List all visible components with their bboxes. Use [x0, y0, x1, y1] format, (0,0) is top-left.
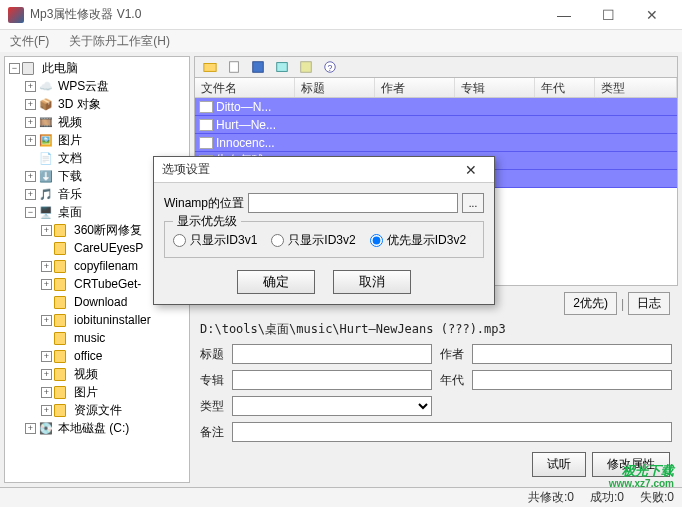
tab-log[interactable]: 日志 [628, 292, 670, 315]
folder-icon: 📄 [38, 151, 54, 165]
svg-rect-4 [301, 62, 312, 73]
folder-icon [54, 385, 70, 399]
expand-icon[interactable]: + [41, 351, 52, 362]
expand-icon[interactable]: + [25, 81, 36, 92]
folder-icon: ⬇️ [38, 169, 54, 183]
input-remark[interactable] [232, 422, 672, 442]
tree-item[interactable]: +视频 [5, 365, 189, 383]
expand-icon[interactable]: + [41, 279, 52, 290]
select-type[interactable] [232, 396, 432, 416]
radio-id3v1-only[interactable]: 只显示ID3v1 [173, 232, 257, 249]
status-modified: 共修改:0 [528, 489, 574, 506]
tree-item[interactable]: +图片 [5, 383, 189, 401]
toolbar-file-icon[interactable] [223, 57, 245, 77]
table-row[interactable]: Hurt—Ne... [195, 116, 677, 134]
mp3-file-icon [199, 119, 213, 131]
input-author[interactable] [472, 344, 672, 364]
modify-button[interactable]: 修改属性 [592, 452, 670, 477]
folder-icon [54, 349, 70, 363]
tree-label: WPS云盘 [58, 78, 109, 95]
tree-item[interactable]: +资源文件 [5, 401, 189, 419]
property-form: 标题 作者 专辑 年代 类型 备注 [194, 340, 678, 446]
tree-label: 资源文件 [74, 402, 122, 419]
expand-icon[interactable]: + [41, 405, 52, 416]
col-title[interactable]: 标题 [295, 78, 375, 97]
label-title: 标题 [200, 346, 224, 363]
expand-icon[interactable]: + [25, 135, 36, 146]
toolbar-picture-icon[interactable] [271, 57, 293, 77]
col-album[interactable]: 专辑 [455, 78, 535, 97]
col-type[interactable]: 类型 [595, 78, 677, 97]
group-legend: 显示优先级 [173, 213, 241, 230]
expand-icon[interactable]: + [25, 189, 36, 200]
browse-button[interactable]: ... [462, 193, 484, 213]
svg-rect-1 [230, 62, 239, 73]
toolbar-save-icon[interactable] [247, 57, 269, 77]
collapse-icon[interactable]: − [9, 63, 20, 74]
toolbar-action-icon[interactable] [295, 57, 317, 77]
col-filename[interactable]: 文件名 [195, 78, 295, 97]
tree-label: 此电脑 [42, 60, 78, 77]
tree-item[interactable]: +iobituninstaller [5, 311, 189, 329]
expand-icon[interactable]: + [41, 261, 52, 272]
expand-icon[interactable]: + [25, 117, 36, 128]
tree-item[interactable]: +💽本地磁盘 (C:) [5, 419, 189, 437]
tree-item[interactable]: +📦3D 对象 [5, 95, 189, 113]
radio-id3v2-priority[interactable]: 优先显示ID3v2 [370, 232, 466, 249]
ok-button[interactable]: 确定 [237, 270, 315, 294]
label-year: 年代 [440, 372, 464, 389]
folder-icon [54, 367, 70, 381]
expand-icon[interactable]: + [25, 423, 36, 434]
expand-icon[interactable]: + [41, 387, 52, 398]
expand-icon[interactable]: + [41, 369, 52, 380]
input-title[interactable] [232, 344, 432, 364]
table-row[interactable]: Ditto—N... [195, 98, 677, 116]
folder-icon [54, 277, 70, 291]
table-row[interactable]: Innocenc... [195, 134, 677, 152]
cancel-button[interactable]: 取消 [333, 270, 411, 294]
input-year[interactable] [472, 370, 672, 390]
tree-label: 360断网修复 [74, 222, 142, 239]
maximize-button[interactable]: ☐ [586, 0, 630, 30]
tree-label: music [74, 331, 105, 345]
tree-item[interactable]: +🖼️图片 [5, 131, 189, 149]
col-author[interactable]: 作者 [375, 78, 455, 97]
preview-button[interactable]: 试听 [532, 452, 586, 477]
svg-text:?: ? [328, 63, 333, 73]
display-priority-group: 显示优先级 只显示ID3v1 只显示ID3v2 优先显示ID3v2 [164, 221, 484, 258]
minimize-button[interactable]: — [542, 0, 586, 30]
tree-label: CRTubeGet- [74, 277, 141, 291]
window-title: Mp3属性修改器 V1.0 [30, 6, 542, 23]
winamp-path-input[interactable] [248, 193, 458, 213]
col-year[interactable]: 年代 [535, 78, 595, 97]
tree-item[interactable]: +office [5, 347, 189, 365]
expand-icon[interactable]: + [41, 315, 52, 326]
dialog-close-icon[interactable]: ✕ [456, 162, 486, 178]
tree-label: 视频 [58, 114, 82, 131]
tree-item[interactable]: music [5, 329, 189, 347]
app-icon [8, 7, 24, 23]
status-bar: 共修改:0 成功:0 失败:0 [0, 487, 682, 507]
tree-label: 下载 [58, 168, 82, 185]
expand-icon[interactable]: + [25, 99, 36, 110]
expand-icon[interactable]: + [25, 171, 36, 182]
close-button[interactable]: ✕ [630, 0, 674, 30]
label-author: 作者 [440, 346, 464, 363]
toolbar-folder-icon[interactable] [199, 57, 221, 77]
tab-priority[interactable]: 2优先) [564, 292, 617, 315]
toolbar: ? [194, 56, 678, 78]
tree-item[interactable]: −此电脑 [5, 59, 189, 77]
menu-file[interactable]: 文件(F) [4, 31, 55, 52]
menu-bar: 文件(F) 关于陈丹工作室(H) [0, 30, 682, 52]
tree-label: 桌面 [58, 204, 82, 221]
collapse-icon[interactable]: − [25, 207, 36, 218]
status-fail: 失败:0 [640, 489, 674, 506]
input-album[interactable] [232, 370, 432, 390]
tree-item[interactable]: +🎞️视频 [5, 113, 189, 131]
tree-item[interactable]: +☁️WPS云盘 [5, 77, 189, 95]
menu-about[interactable]: 关于陈丹工作室(H) [63, 31, 176, 52]
radio-id3v2-only[interactable]: 只显示ID3v2 [271, 232, 355, 249]
toolbar-help-icon[interactable]: ? [319, 57, 341, 77]
expand-icon[interactable]: + [41, 225, 52, 236]
folder-icon [54, 241, 70, 255]
